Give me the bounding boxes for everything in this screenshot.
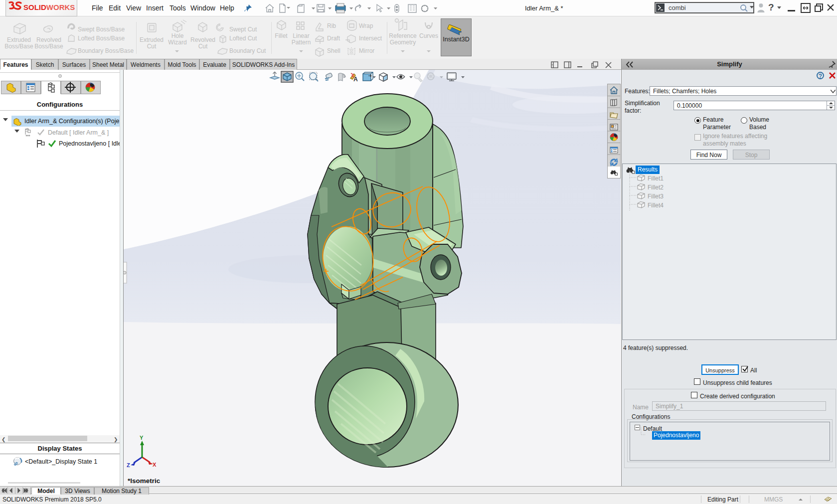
svg-text:A: A	[353, 76, 358, 83]
svg-text:SOLIDWORKS: SOLIDWORKS	[23, 3, 75, 11]
svg-text:Instant3D: Instant3D	[443, 36, 470, 43]
svg-text:X: X	[153, 462, 157, 468]
svg-text:Z: Z	[127, 462, 130, 468]
svg-text:*Isometric: *Isometric	[128, 477, 161, 485]
svg-text:Y: Y	[140, 435, 144, 441]
